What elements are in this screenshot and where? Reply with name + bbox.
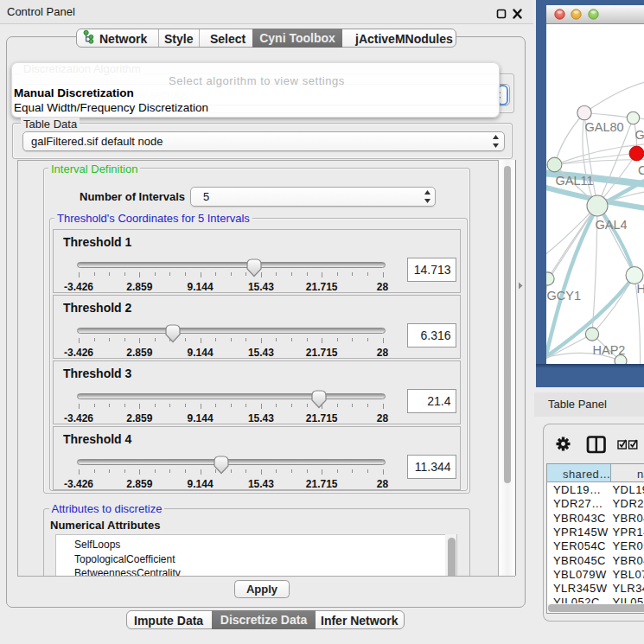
svg-text:H: H (636, 281, 644, 295)
svg-text:GAL80: GAL80 (584, 119, 623, 133)
svg-text:GA: GA (634, 127, 644, 141)
svg-text:GAL11: GAL11 (555, 173, 593, 187)
svg-text:C: C (638, 163, 644, 176)
svg-text:GCY1: GCY1 (546, 288, 581, 302)
svg-text:GAL4: GAL4 (595, 217, 627, 231)
svg-text:HAP2: HAP2 (592, 342, 625, 356)
